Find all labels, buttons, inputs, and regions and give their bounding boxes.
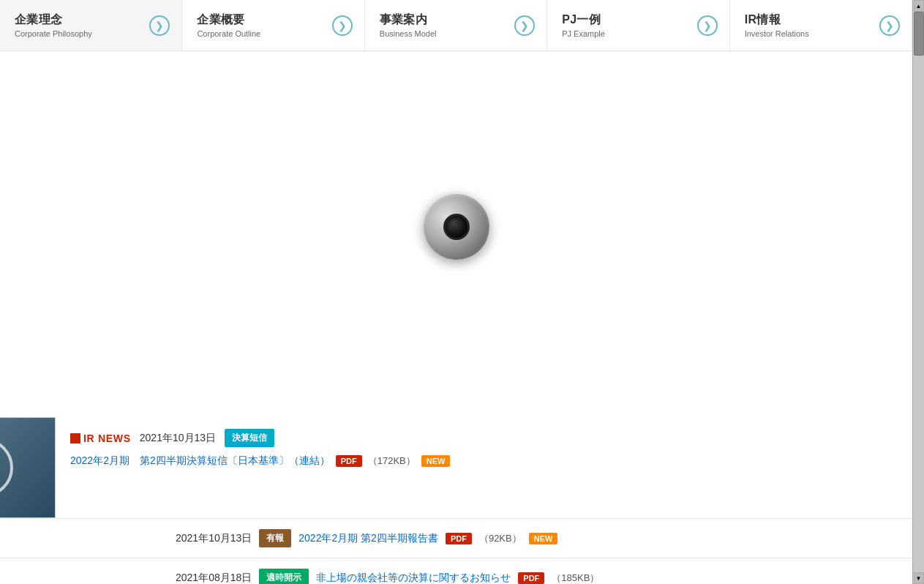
ir-tag-3: 適時開示 [259, 569, 309, 584]
ir-link-2[interactable]: 2022年2月期 第2四半期報告書 [298, 532, 438, 545]
camera-lens [443, 214, 470, 240]
scrollbar-down[interactable]: ▼ [914, 572, 924, 584]
ir-badge-icon [70, 433, 80, 443]
pdf-badge-2: PDF [446, 533, 472, 544]
ir-thumbnail [0, 417, 56, 518]
ir-link-3[interactable]: 非上場の親会社等の決算に関するお知らせ [316, 572, 511, 585]
nav-item-business[interactable]: 事業案内 Business Model ❯ [365, 0, 547, 50]
new-badge-1: NEW [421, 455, 451, 467]
nav-label-ja-1: 企業理念 [15, 12, 92, 28]
nav-arrow-1: ❯ [149, 15, 170, 36]
nav-arrow-2: ❯ [332, 15, 353, 36]
scrollbar[interactable]: ▲ ▼ [912, 0, 924, 584]
ir-row-2: 2021年10月13日 有報 2022年2月期 第2四半期報告書 PDF （92… [0, 519, 912, 558]
ir-news-badge: IR NEWS [70, 433, 131, 444]
nav-label-ja-3: 事業案内 [380, 12, 437, 28]
thumbnail-circle [0, 438, 13, 497]
nav-item-philosophy[interactable]: 企業理念 Corporate Philosophy ❯ [0, 0, 182, 50]
ir-tag-2: 有報 [259, 529, 291, 547]
ir-section: IR NEWS 2021年10月13日 決算短信 2022年2月期 第2四半期決… [0, 403, 912, 584]
ir-news-label: IR NEWS [83, 433, 131, 444]
file-size-3: （185KB） [552, 572, 599, 585]
pdf-badge-3: PDF [518, 572, 544, 584]
scrollbar-up[interactable]: ▲ [914, 0, 924, 12]
nav-item-outline[interactable]: 企業概要 Corporate Outline ❯ [182, 0, 364, 50]
pdf-badge-1: PDF [336, 455, 362, 467]
ir-row-1-content: IR NEWS 2021年10月13日 決算短信 2022年2月期 第2四半期決… [70, 417, 898, 479]
ir-link-1[interactable]: 2022年2月期 第2四半期決算短信〔日本基準〕（連結） [70, 454, 330, 468]
nav-arrow-3: ❯ [514, 15, 535, 36]
navigation-bar: 企業理念 Corporate Philosophy ❯ 企業概要 Corpora… [0, 0, 912, 51]
ir-link-row-1: 2022年2月期 第2四半期決算短信〔日本基準〕（連結） PDF （172KB）… [70, 454, 898, 468]
nav-label-en-4: PJ Example [562, 29, 605, 38]
nav-label-ja-5: IR情報 [745, 12, 809, 28]
file-size-1: （172KB） [368, 454, 416, 468]
nav-arrow-4: ❯ [697, 15, 718, 36]
ir-date-2: 2021年10月13日 [176, 532, 252, 545]
ir-date-1: 2021年10月13日 [140, 432, 216, 445]
nav-label-en-1: Corporate Philosophy [15, 29, 92, 38]
nav-label-en-3: Business Model [380, 29, 437, 38]
new-badge-2: NEW [529, 533, 558, 544]
nav-label-ja-4: PJ一例 [562, 12, 605, 28]
nav-item-pj[interactable]: PJ一例 PJ Example ❯ [547, 0, 729, 50]
ir-tag-1: 決算短信 [225, 429, 274, 447]
hero-area [0, 51, 912, 403]
file-size-2: （92KB） [479, 532, 522, 545]
camera-icon [424, 194, 489, 260]
nav-arrow-5: ❯ [879, 15, 900, 36]
ir-row-1: IR NEWS 2021年10月13日 決算短信 2022年2月期 第2四半期決… [0, 417, 912, 519]
nav-item-ir[interactable]: IR情報 Investor Relations ❯ [730, 0, 912, 50]
nav-label-en-5: Investor Relations [745, 29, 809, 38]
scrollbar-thumb[interactable] [914, 12, 924, 56]
nav-label-ja-2: 企業概要 [197, 12, 260, 28]
nav-label-en-2: Corporate Outline [197, 29, 260, 38]
ir-badge-row: IR NEWS 2021年10月13日 決算短信 [70, 429, 898, 447]
ir-date-3: 2021年08月18日 [176, 572, 252, 585]
ir-row-3: 2021年08月18日 適時開示 非上場の親会社等の決算に関するお知らせ PDF… [0, 558, 912, 584]
